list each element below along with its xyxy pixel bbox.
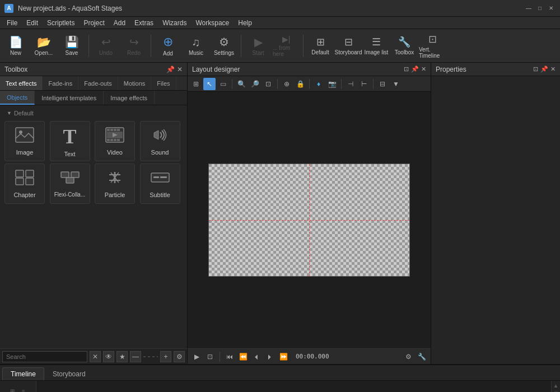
toolbar-save-button[interactable]: 💾 Save bbox=[58, 31, 85, 60]
ld-float-button[interactable]: ⊡ bbox=[404, 66, 409, 73]
object-sound[interactable]: Sound bbox=[140, 121, 180, 161]
ld-tools-button[interactable]: 🔧 bbox=[416, 351, 427, 362]
ld-lock-button[interactable]: 🔒 bbox=[294, 78, 306, 90]
ld-prev-button[interactable]: ⏮ bbox=[224, 351, 235, 362]
object-subtitle[interactable]: Subtitle bbox=[140, 164, 180, 204]
menu-scriptlets[interactable]: Scriptlets bbox=[43, 17, 79, 29]
svg-rect-8 bbox=[110, 139, 113, 141]
ld-step-back-button[interactable]: ⏴ bbox=[251, 351, 262, 362]
timeline-track-area[interactable]: The project is empty. To add images use … bbox=[36, 381, 551, 392]
tab-storyboard[interactable]: Storyboard bbox=[44, 367, 94, 380]
track-btn-1a[interactable]: ⊞ bbox=[7, 386, 17, 393]
image-list-icon: ☰ bbox=[372, 36, 381, 48]
toolbar-new-button[interactable]: 📄 New bbox=[2, 31, 29, 60]
tab-motions[interactable]: Motions bbox=[118, 76, 152, 90]
toolbar-music-button[interactable]: ♫ Music bbox=[183, 31, 209, 60]
toolbox-close-button[interactable]: ✕ bbox=[177, 66, 183, 73]
tab-files[interactable]: Files bbox=[151, 76, 176, 90]
menu-edit[interactable]: Edit bbox=[22, 17, 43, 29]
ld-path-button[interactable]: ♦ bbox=[312, 78, 325, 90]
minimize-button[interactable]: — bbox=[524, 4, 533, 13]
properties-content bbox=[431, 76, 560, 364]
timeline-area: Timeline Storyboard ⊞ ≡ ⊟ ≡ ⊞ ≡ ♫ ≡ bbox=[0, 364, 560, 392]
ld-step-button[interactable]: ⊡ bbox=[204, 351, 216, 362]
ld-zoom-in-button[interactable]: 🔍 bbox=[235, 78, 248, 90]
ld-grid-button[interactable]: ⊕ bbox=[281, 78, 293, 90]
subtab-objects[interactable]: Objects bbox=[0, 91, 35, 105]
ld-play-button[interactable]: ▶ bbox=[191, 351, 202, 362]
toolbar-start-button[interactable]: ▶ Start bbox=[245, 31, 272, 60]
toolbar-vert-timeline-button[interactable]: ⊡ Vert. Timeline bbox=[419, 31, 446, 60]
search-visible-button[interactable]: 👁 bbox=[103, 351, 114, 362]
object-text[interactable]: T Text bbox=[50, 121, 90, 161]
ld-camera-button[interactable]: 📷 bbox=[326, 78, 338, 90]
ld-align-left-button[interactable]: ⊣ bbox=[344, 78, 357, 90]
search-favorite-button[interactable]: ★ bbox=[116, 351, 128, 362]
props-float-button[interactable]: ⊡ bbox=[533, 66, 538, 73]
menu-extras[interactable]: Extras bbox=[130, 17, 158, 29]
tab-fade-ins[interactable]: Fade-ins bbox=[43, 76, 78, 90]
close-button[interactable]: ✕ bbox=[547, 4, 556, 13]
menu-add[interactable]: Add bbox=[109, 17, 130, 29]
tab-text-effects[interactable]: Text effects bbox=[0, 76, 43, 90]
props-close-button[interactable]: ✕ bbox=[550, 66, 556, 73]
flexi-colla-obj-icon bbox=[60, 170, 80, 189]
ld-select-button[interactable]: ⊞ bbox=[190, 78, 202, 90]
toolbar-default-button[interactable]: ⊞ Default bbox=[307, 31, 334, 60]
menu-wizards[interactable]: Wizards bbox=[158, 17, 191, 29]
toolbar-image-list-button[interactable]: ☰ Image list bbox=[363, 31, 390, 60]
toolbox-pin-button[interactable]: 📌 bbox=[166, 66, 175, 73]
canvas-area bbox=[188, 92, 431, 348]
ld-step-fwd-button[interactable]: ⏵ bbox=[264, 351, 276, 362]
default-label: Default bbox=[14, 110, 34, 116]
maximize-button[interactable]: □ bbox=[535, 4, 544, 13]
scroll-up-button[interactable]: ▲ bbox=[552, 381, 561, 390]
ld-rewind-button[interactable]: ⏪ bbox=[237, 351, 249, 362]
ld-more-button[interactable]: ▼ bbox=[390, 78, 402, 90]
toolbar-open-button[interactable]: 📂 Open... bbox=[30, 31, 57, 60]
subtab-image-effects[interactable]: Image effects bbox=[104, 91, 155, 105]
object-flexi-colla[interactable]: Flexi-Colla... bbox=[50, 164, 90, 204]
ld-select-rect-button[interactable]: ▭ bbox=[217, 78, 229, 90]
ld-zoom-fit-button[interactable]: ⊡ bbox=[262, 78, 274, 90]
ld-zoom-out-button[interactable]: 🔎 bbox=[249, 78, 261, 90]
search-minus-button[interactable]: — bbox=[130, 351, 141, 362]
image-label: Image bbox=[16, 149, 34, 156]
object-image[interactable]: Image bbox=[4, 121, 45, 161]
toolbar-redo-button[interactable]: ↪ Redo bbox=[120, 31, 147, 60]
toolbar-undo-button[interactable]: ↩ Undo bbox=[92, 31, 119, 60]
ld-cursor-button[interactable]: ↖ bbox=[203, 78, 216, 90]
menu-help[interactable]: Help bbox=[234, 17, 256, 29]
subtab-intelligent-templates[interactable]: Intelligent templates bbox=[35, 91, 104, 105]
timeline-content: ⊞ ≡ ⊟ ≡ ⊞ ≡ ♫ ≡ The project is empty. To bbox=[0, 381, 560, 392]
object-chapter[interactable]: Chapter bbox=[4, 164, 45, 204]
search-clear-button[interactable]: ✕ bbox=[90, 351, 101, 362]
tab-fade-outs[interactable]: Fade-outs bbox=[78, 76, 118, 90]
tab-timeline[interactable]: Timeline bbox=[2, 367, 44, 380]
start-icon: ▶ bbox=[254, 35, 263, 49]
ld-align-right-button[interactable]: ⊢ bbox=[358, 78, 370, 90]
ld-pin-button[interactable]: 📌 bbox=[411, 66, 419, 73]
menu-workspace[interactable]: Workspace bbox=[191, 17, 234, 29]
ld-arrange-button[interactable]: ⊟ bbox=[376, 78, 389, 90]
ld-close-button[interactable]: ✕ bbox=[421, 66, 426, 73]
toolbar-settings-button[interactable]: ⚙ Settings bbox=[211, 31, 237, 60]
svg-rect-14 bbox=[16, 170, 24, 177]
svg-rect-28 bbox=[160, 176, 167, 178]
object-video[interactable]: Video bbox=[95, 121, 135, 161]
toolbar-add-button[interactable]: ⊕ Add bbox=[155, 31, 181, 60]
search-input[interactable] bbox=[2, 351, 87, 362]
props-pin-button[interactable]: 📌 bbox=[540, 66, 548, 73]
ld-settings-play-button[interactable]: ⚙ bbox=[403, 351, 414, 362]
track-btn-1b[interactable]: ≡ bbox=[18, 386, 29, 393]
menu-file[interactable]: File bbox=[2, 17, 22, 29]
toolbar-from-here-button[interactable]: ▶| ... from here bbox=[273, 31, 300, 60]
toolbar-toolbox-button[interactable]: 🔧 Toolbox bbox=[391, 31, 418, 60]
toolbar-storyboard-button[interactable]: ⊟ Storyboard bbox=[335, 31, 362, 60]
menu-project[interactable]: Project bbox=[79, 17, 109, 29]
ld-fwd-button[interactable]: ⏩ bbox=[278, 351, 289, 362]
search-plus-button[interactable]: + bbox=[160, 351, 171, 362]
design-canvas[interactable] bbox=[208, 164, 410, 277]
object-particle[interactable]: Particle bbox=[95, 164, 135, 204]
search-more-button[interactable]: ⚙ bbox=[174, 351, 185, 362]
